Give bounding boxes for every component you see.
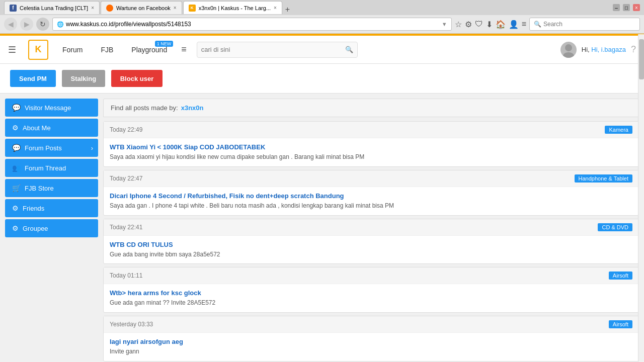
post-body-1: WTB Xiaomi Yi < 1000K Siap COD JABODETAB… [104,138,638,166]
post-desc-3: Gue ada bang invite bbm saya 28a5e572 [110,250,632,259]
kaskus-search-input[interactable] [201,46,345,53]
sidebar-item-about-me[interactable]: ⚙ About Me [5,119,98,137]
tab1-close[interactable]: × [91,5,94,11]
svg-point-0 [565,44,572,51]
post-item-2: Today 22:47 Handphone & Tablet Dicari Ip… [103,170,639,216]
post-desc-5: Invite gann [110,347,632,356]
user-greeting: Hi, Hi, i.bagaza [582,46,626,53]
post-item-3: Today 22:41 CD & DVD WTB CD ORI TULUS Gu… [103,219,639,264]
tab1-favicon: f [10,5,17,12]
block-user-button[interactable]: Block user [111,70,163,87]
browser-tab-3[interactable]: K x3nx0n | Kaskus - The Larg... × [183,1,282,14]
post-header-5: Yesterday 03:33 Airsoft [104,316,638,333]
post-item-1: Today 22:49 Kamera WTB Xiaomi Yi < 1000K… [103,121,639,167]
browser-tab-2[interactable]: Wartune on Facebook × [101,1,182,14]
nav-forum[interactable]: Forum [58,44,87,56]
scrollbar[interactable] [638,34,644,362]
sidebar-toggle-icon[interactable]: ☰ [8,44,18,55]
back-button[interactable]: ◀ [4,18,17,31]
post-tag-4: Airsoft [609,272,632,280]
sidebar-item-fjb-store[interactable]: 🛒 FJB Store [5,179,98,197]
post-header-1: Today 22:49 Kamera [104,122,638,138]
svg-point-1 [563,52,574,58]
browser-search-bar[interactable]: 🔍 [529,18,640,31]
tab2-label: Wartune on Facebook [116,5,171,11]
fjb-store-icon: 🛒 [12,184,21,192]
kaskus-logo[interactable]: K [28,40,48,60]
sidebar-item-forum-thread[interactable]: 👥 Forum Thread [5,159,98,177]
nav-playground[interactable]: Playground 1 NEW [127,44,171,56]
visitor-message-icon: 💬 [12,104,21,112]
post-title-5[interactable]: lagi nyari airsofgun aeg [110,338,632,345]
help-icon[interactable]: ? [631,44,636,55]
bookmark-icon[interactable]: ☆ [455,20,462,29]
sidebar-item-forum-posts[interactable]: 💬 Forum Posts › [5,139,98,157]
window-controls: – □ × [613,4,640,11]
find-posts-username[interactable]: x3nx0n [181,104,204,112]
post-time-5: Yesterday 03:33 [110,321,153,328]
new-tab-button[interactable]: + [283,5,292,14]
main-layout: 💬 Visitor Message ⚙ About Me 💬 Forum Pos… [0,94,644,362]
reload-button[interactable]: ↻ [36,18,49,31]
post-desc-1: Saya ada xiaomi yi hijau kondisi like ne… [110,153,632,161]
post-header-4: Today 01:11 Airsoft [104,267,638,284]
browser-search-input[interactable] [543,21,635,28]
stalking-button[interactable]: Stalking [62,70,106,87]
post-title-2[interactable]: Dicari Iphone 4 Second / Refurbished, Fi… [110,192,632,200]
find-posts-label: Find all posts made by: [111,104,178,112]
browser-chrome: f Celestia Luna Trading [CLT] × Wartune … [0,0,644,34]
send-pm-button[interactable]: Send PM [10,70,56,87]
sync-icon[interactable]: ⚙ [465,20,472,29]
forum-posts-icon: 💬 [12,144,21,152]
sidebar-item-visitor-message[interactable]: 💬 Visitor Message [5,99,98,117]
kaskus-search-icon[interactable]: 🔍 [345,46,353,53]
post-header-2: Today 22:47 Handphone & Tablet [104,170,638,187]
post-body-3: WTB CD ORI TULUS Gue ada bang invite bbm… [104,236,638,264]
sidebar: 💬 Visitor Message ⚙ About Me 💬 Forum Pos… [5,99,98,362]
nav-fjb[interactable]: FJB [97,44,117,56]
post-tag-1: Kamera [605,126,632,134]
download-icon[interactable]: ⬇ [486,20,493,29]
post-title-3[interactable]: WTB CD ORI TULUS [110,241,632,248]
address-bar[interactable]: 🌐 ▼ [52,18,452,31]
post-body-2: Dicari Iphone 4 Second / Refurbished, Fi… [104,187,638,215]
scrollbar-thumb[interactable] [639,39,644,79]
browser-titlebar: f Celestia Luna Trading [CLT] × Wartune … [0,0,644,15]
shield-icon[interactable]: 🛡 [475,20,483,29]
user-icon[interactable]: 👤 [509,20,519,29]
browser-nav: ◀ ▶ ↻ 🌐 ▼ ☆ ⚙ 🛡 ⬇ 🏠 👤 ≡ 🔍 [0,15,644,33]
post-body-4: Wtb> hera arms for ksc glock Gue ada gan… [104,284,638,312]
kaskus-nav: Forum FJB Playground 1 NEW [58,44,171,56]
profile-actions: Send PM Stalking Block user [0,64,644,94]
maximize-button[interactable]: □ [623,4,630,11]
tab3-label: x3nx0n | Kaskus - The Larg... [199,5,271,11]
tab3-close[interactable]: × [274,5,277,11]
kaskus-header: ☰ K Forum FJB Playground 1 NEW ≡ 🔍 Hi, H… [0,36,644,64]
post-title-1[interactable]: WTB Xiaomi Yi < 1000K Siap COD JABODETAB… [110,143,632,151]
post-title-4[interactable]: Wtb> hera arms for ksc glock [110,289,632,297]
menu-icon[interactable]: ≡ [522,20,526,29]
user-avatar[interactable] [560,42,577,58]
post-time-4: Today 01:11 [110,272,142,279]
find-posts-header: Find all posts made by: x3nx0n [103,99,639,117]
forum-thread-icon: 👥 [12,164,21,172]
post-item-5: Yesterday 03:33 Airsoft lagi nyari airso… [103,316,639,361]
tab2-favicon [106,5,113,12]
nav-hamburger[interactable]: ≡ [181,44,187,55]
tab1-label: Celestia Luna Trading [CLT] [20,5,88,11]
tab2-close[interactable]: × [174,5,177,11]
close-window-button[interactable]: × [633,4,640,11]
sidebar-item-groupee[interactable]: ⚙ Groupee [5,219,98,237]
post-time-2: Today 22:47 [110,175,142,182]
minimize-button[interactable]: – [613,4,620,11]
forward-button[interactable]: ▶ [20,18,33,31]
browser-tab-1[interactable]: f Celestia Luna Trading [CLT] × [4,1,100,14]
post-tag-5: Airsoft [609,320,632,328]
address-dropdown-icon[interactable]: ▼ [442,21,447,27]
post-desc-2: Saya ada gan . I phone 4 tapi white . Be… [110,202,632,210]
sidebar-item-friends[interactable]: ⚙ Friends [5,199,98,217]
address-input[interactable] [66,21,440,28]
home-icon[interactable]: 🏠 [496,20,506,29]
post-desc-4: Gue ada gan minat ?? Invite 28A5E572 [110,299,632,307]
kaskus-search[interactable]: 🔍 [197,42,358,58]
